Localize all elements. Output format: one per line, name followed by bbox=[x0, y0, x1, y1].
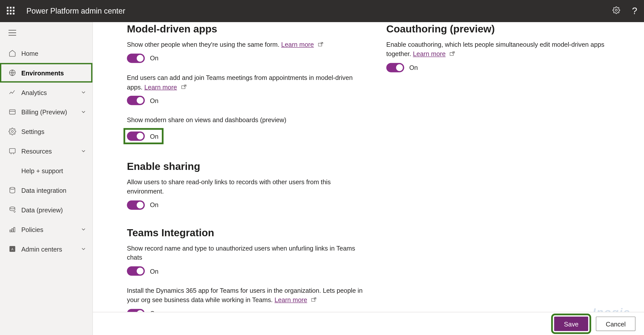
svg-rect-16 bbox=[12, 229, 13, 232]
resources-icon bbox=[9, 147, 16, 155]
toggle-show-other-people[interactable] bbox=[127, 54, 145, 63]
sidebar-item-home[interactable]: Home bbox=[0, 43, 92, 63]
app-launcher-icon[interactable] bbox=[7, 7, 15, 15]
toggle-state-label: On bbox=[150, 201, 158, 209]
sidebar-item-label: Policies bbox=[21, 226, 80, 233]
cancel-button[interactable]: Cancel bbox=[596, 317, 635, 331]
bottom-action-bar: Save Cancel bbox=[93, 312, 644, 335]
setting-description: Enable coauthoring, which lets people si… bbox=[386, 40, 629, 59]
toggle-teams-meetings[interactable] bbox=[127, 96, 145, 105]
sidebar-item-data-integration[interactable]: Data integration bbox=[0, 180, 92, 200]
section-heading-enable-sharing: Enable sharing bbox=[127, 160, 369, 172]
chevron-down-icon bbox=[80, 226, 87, 232]
admin-centers-icon: A bbox=[9, 245, 16, 253]
sidebar-item-label: Analytics bbox=[21, 89, 80, 96]
external-link-icon bbox=[450, 49, 455, 53]
sidebar-item-policies[interactable]: Policies bbox=[0, 220, 92, 239]
section-heading-model-driven: Model-driven apps bbox=[127, 23, 369, 35]
headset-icon bbox=[9, 167, 16, 174]
sidebar-item-label: Settings bbox=[21, 128, 87, 135]
sidebar-item-data-preview[interactable]: Data (preview) bbox=[0, 200, 92, 220]
chevron-down-icon bbox=[80, 148, 87, 154]
sidebar-item-analytics[interactable]: Analytics bbox=[0, 82, 92, 102]
home-icon bbox=[9, 49, 16, 57]
toggle-state-label: On bbox=[150, 132, 158, 140]
data-preview-icon bbox=[9, 206, 16, 213]
toggle-coauthoring[interactable] bbox=[386, 63, 404, 72]
setting-description: Install the Dynamics 365 app for Teams f… bbox=[127, 286, 369, 305]
setting-description: End users can add and join Teams meeting… bbox=[127, 73, 369, 92]
chevron-down-icon bbox=[80, 89, 87, 95]
sidebar-item-label: Admin centers bbox=[21, 245, 80, 253]
learn-more-link[interactable]: Learn more bbox=[144, 83, 177, 90]
learn-more-link[interactable]: Learn more bbox=[274, 296, 307, 303]
setting-description: Show other people when they're using the… bbox=[127, 40, 369, 49]
chevron-down-icon bbox=[80, 246, 87, 252]
svg-point-13 bbox=[10, 187, 15, 189]
svg-rect-17 bbox=[14, 227, 15, 232]
svg-rect-5 bbox=[10, 110, 15, 114]
save-button[interactable]: Save bbox=[554, 317, 588, 331]
learn-more-link[interactable]: Learn more bbox=[281, 41, 314, 48]
billing-icon bbox=[9, 108, 16, 116]
chevron-down-icon bbox=[80, 109, 87, 115]
svg-point-14 bbox=[10, 207, 15, 209]
page-title: Power Platform admin center bbox=[26, 7, 612, 16]
highlighted-toggle-modern-share: On bbox=[124, 129, 163, 143]
policies-icon bbox=[9, 225, 16, 233]
toggle-enable-sharing[interactable] bbox=[127, 200, 145, 210]
sidebar-item-admin-centers[interactable]: A Admin centers bbox=[0, 239, 92, 259]
svg-point-0 bbox=[615, 9, 617, 11]
setting-description: Show record name and type to unauthorize… bbox=[127, 244, 369, 262]
toggle-state-label: On bbox=[150, 97, 158, 104]
setting-description: Allow users to share read-only links to … bbox=[127, 177, 369, 196]
content-area: Model-driven apps Show other people when… bbox=[93, 22, 644, 335]
topbar: Power Platform admin center ? bbox=[0, 0, 644, 22]
data-integration-icon bbox=[9, 186, 16, 194]
sidebar-item-billing[interactable]: Billing (Preview) bbox=[0, 102, 92, 122]
svg-point-7 bbox=[11, 130, 13, 132]
toggle-state-label: On bbox=[409, 64, 418, 71]
external-link-icon bbox=[181, 82, 186, 86]
section-heading-teams-integration: Teams Integration bbox=[127, 227, 369, 238]
toggle-state-label: On bbox=[150, 55, 158, 62]
sidebar-item-label: Data integration bbox=[21, 186, 87, 194]
svg-rect-11 bbox=[9, 171, 10, 173]
toggle-modern-share[interactable] bbox=[127, 131, 145, 141]
globe-icon bbox=[9, 69, 16, 76]
analytics-icon bbox=[9, 88, 16, 96]
sidebar-item-resources[interactable]: Resources bbox=[0, 141, 92, 161]
toggle-state-label: On bbox=[150, 267, 158, 275]
toggle-teams-record-name[interactable] bbox=[127, 266, 145, 276]
sidebar: Home Environments Analytics Billing (Pre… bbox=[0, 22, 93, 335]
sidebar-item-label: Environments bbox=[21, 69, 87, 76]
sidebar-item-label: Billing (Preview) bbox=[21, 108, 80, 116]
svg-text:A: A bbox=[11, 248, 14, 251]
settings-icon bbox=[9, 128, 16, 135]
gear-icon[interactable] bbox=[612, 6, 620, 16]
hamburger-icon[interactable] bbox=[0, 26, 92, 43]
sidebar-item-label: Help + support bbox=[21, 167, 87, 174]
external-link-icon bbox=[311, 295, 316, 299]
sidebar-item-label: Home bbox=[21, 50, 87, 57]
sidebar-item-help[interactable]: Help + support bbox=[0, 161, 92, 180]
learn-more-link[interactable]: Learn more bbox=[413, 50, 446, 57]
section-heading-coauthoring: Coauthoring (preview) bbox=[386, 23, 629, 35]
sidebar-item-environments[interactable]: Environments bbox=[0, 63, 92, 83]
sidebar-item-label: Data (preview) bbox=[21, 206, 87, 213]
external-link-icon bbox=[318, 39, 323, 44]
help-icon[interactable]: ? bbox=[632, 6, 637, 17]
sidebar-item-settings[interactable]: Settings bbox=[0, 122, 92, 141]
sidebar-item-label: Resources bbox=[21, 148, 80, 155]
setting-description: Show modern share on views and dashboard… bbox=[127, 115, 369, 125]
svg-rect-15 bbox=[10, 230, 11, 232]
svg-rect-12 bbox=[14, 171, 16, 173]
svg-rect-8 bbox=[10, 149, 15, 153]
